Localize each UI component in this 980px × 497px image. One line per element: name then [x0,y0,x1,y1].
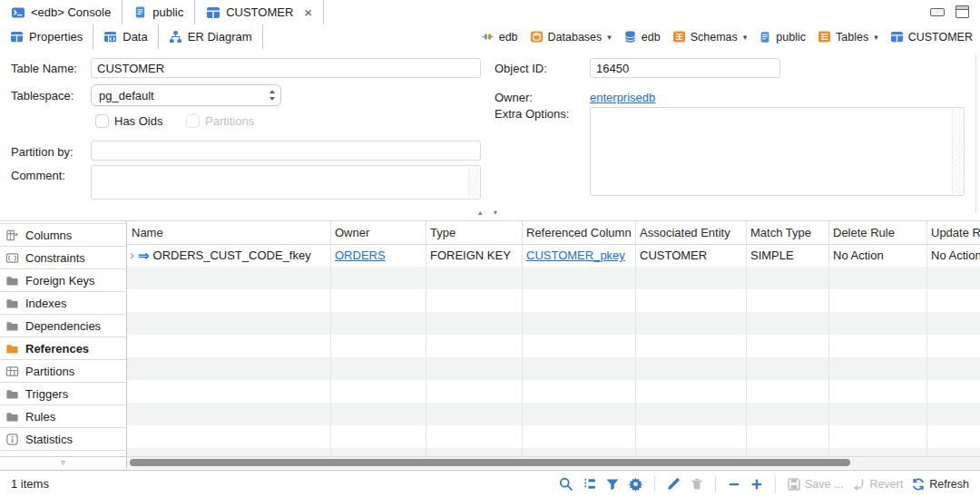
constraints-icon [5,251,19,265]
funnel-icon [605,477,620,492]
chevron-down-icon[interactable]: ▾ [874,33,878,42]
remove-row-button[interactable] [727,477,741,492]
properties-sidebar: Columns Constraints Foreign Keys Indexes… [0,220,127,469]
object-id-input[interactable] [590,58,780,78]
tab-label: ER Diagram [188,30,252,44]
sidebar-item-columns[interactable]: Columns [0,223,126,247]
table-row[interactable]: › ⇒ ORDERS_CUST_CODE_fkey ORDERS FOREIGN… [127,244,980,267]
pane-scrollbar-track[interactable] [975,54,976,213]
sidebar-item-foreign-keys[interactable]: Foreign Keys [0,269,126,292]
minus-icon [727,477,741,492]
close-icon[interactable]: × [304,5,312,19]
file-icon [759,31,771,44]
breadcrumb-connection[interactable]: edb [481,30,518,44]
cell-associated-entity: CUSTOMER [635,248,746,262]
folder-icon [5,410,19,424]
minimize-icon[interactable] [930,8,945,16]
save-button[interactable]: Save ... [787,477,843,492]
tab-er-diagram[interactable]: ER Diagram [159,24,263,49]
toolbar-separator [654,476,655,492]
partitions-label: Partitions [205,114,254,128]
breadcrumb-databases[interactable]: Databases ▾ [530,30,612,44]
table-icon [206,5,220,20]
chevron-down-icon[interactable]: ▾ [743,33,748,42]
horizontal-scrollbar[interactable] [127,456,980,469]
tablespace-label: Tablespace: [11,89,74,102]
maximize-icon[interactable] [956,5,969,18]
breadcrumb-schema-public[interactable]: public [759,31,806,44]
textarea-scrollbar[interactable] [952,109,963,194]
configure-columns-button[interactable] [582,476,597,492]
tablespace-select[interactable]: pg_default [91,84,281,106]
search-button[interactable] [558,476,573,492]
sidebar-scroll-down[interactable]: ▿ [0,456,126,469]
column-header-update-rule[interactable]: Update Rule [926,226,980,239]
tab-customer[interactable]: CUSTOMER × [195,0,324,25]
edit-button[interactable] [666,476,681,492]
partition-by-label: Partition by: [11,145,74,159]
configure-columns-icon [582,476,597,492]
row-expander-icon[interactable]: › [130,248,134,261]
scrollbar-thumb[interactable] [130,459,850,466]
settings-button[interactable] [628,476,643,492]
column-header-delete-rule[interactable]: Delete Rule [828,226,926,239]
data-grid-icon [103,30,117,44]
breadcrumb-database-edb[interactable]: edb [623,30,661,44]
sidebar-item-constraints[interactable]: Constraints [0,247,126,269]
file-icon [133,5,147,19]
table-header-row: Name Owner Type Referenced Column Associ… [127,220,980,245]
cell-match-type: SIMPLE [746,248,828,262]
tab-data[interactable]: Data [93,24,158,49]
sidebar-item-references[interactable]: References [0,337,126,360]
column-header-referenced-column[interactable]: Referenced Column [522,226,635,239]
owner-table-link[interactable]: ORDERS [335,248,386,262]
sidebar-item-partitions[interactable]: Partitions [0,360,126,383]
sidebar-item-rules[interactable]: Rules [0,405,126,428]
column-header-name[interactable]: Name [127,226,330,239]
tab-label: Data [122,30,147,44]
status-bar: 1 items Save ... Revert Refresh [0,470,980,497]
column-header-match-type[interactable]: Match Type [746,226,828,239]
filter-button[interactable] [605,477,620,492]
foreign-key-icon: ⇒ [138,248,150,262]
sidebar-item-statistics[interactable]: Statistics [0,428,126,451]
has-oids-option: Has Oids [95,114,162,128]
extra-options-textarea[interactable] [590,107,965,196]
revert-button[interactable]: Revert [851,477,903,492]
tab-label: <edb> Console [31,5,111,19]
owner-link[interactable]: enterprisedb [590,91,655,104]
tab-public[interactable]: public [122,0,195,24]
chevron-down-icon: ▿ [61,458,65,467]
tab-properties[interactable]: Properties [0,24,93,50]
comment-label: Comment: [11,169,65,182]
refresh-label: Refresh [929,478,969,491]
column-header-owner[interactable]: Owner [330,226,426,239]
er-diagram-icon [169,30,182,44]
folder-icon [5,319,19,333]
partitions-icon [5,365,19,378]
partition-by-input[interactable] [91,141,481,161]
column-header-associated-entity[interactable]: Associated Entity [635,226,746,239]
referenced-column-link[interactable]: CUSTOMER_pkey [526,248,625,262]
breadcrumb-table-customer[interactable]: CUSTOMER [890,30,973,44]
column-header-type[interactable]: Type [426,226,522,239]
delete-button[interactable] [690,477,704,492]
tab-edb-console[interactable]: <edb> Console [0,0,122,24]
breadcrumb-schemas[interactable]: Schemas ▾ [672,30,748,44]
columns-icon [5,229,19,242]
table-name-input[interactable] [91,58,481,78]
sidebar-item-indexes[interactable]: Indexes [0,292,126,315]
tables-icon [818,30,831,44]
console-icon [11,5,25,20]
sidebar-item-dependencies[interactable]: Dependencies [0,315,126,337]
textarea-scrollbar[interactable] [468,167,479,198]
refresh-button[interactable]: Refresh [911,477,969,492]
chevron-down-icon[interactable]: ▾ [607,33,612,42]
plus-icon [750,477,764,492]
pane-splitter-handle[interactable]: ▴ ▾ [468,208,512,217]
add-row-button[interactable] [750,477,764,492]
comment-textarea[interactable] [91,165,481,200]
breadcrumb-tables[interactable]: Tables ▾ [818,30,878,44]
sidebar-item-triggers[interactable]: Triggers [0,383,126,405]
has-oids-checkbox[interactable] [95,114,109,128]
